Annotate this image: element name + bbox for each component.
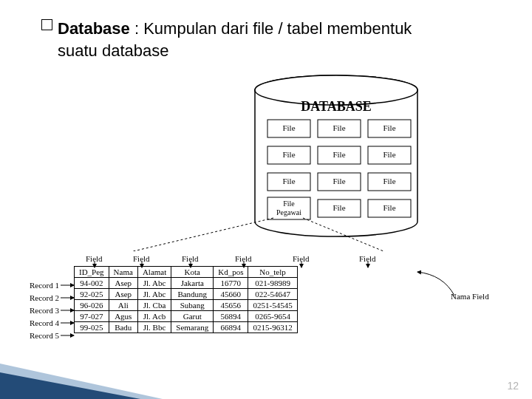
file-box-label: File — [383, 150, 395, 159]
table-cell: Asep — [109, 278, 137, 289]
table-cell: Jakarta — [171, 278, 214, 289]
table-cell: 0251-54545 — [248, 300, 297, 311]
table-cell: Badu — [109, 322, 137, 333]
cylinder: DATABASE FileFileFileFileFileFileFileFil… — [255, 75, 417, 236]
table-cell: 56894 — [214, 311, 248, 322]
record-arrows — [59, 279, 81, 346]
bullet-square — [41, 19, 52, 30]
table-row: 92-025AsepJl. AbcBandung45660022-54647 — [75, 289, 298, 300]
table-cell: 45660 — [214, 289, 248, 300]
heading-bold: Database — [58, 19, 130, 38]
file-box-label: File — [282, 177, 295, 185]
table-cell: 022-54647 — [248, 289, 297, 300]
table-cell: Agus — [109, 311, 137, 322]
database-diagram: DATABASE FileFileFileFileFileFileFileFil… — [37, 74, 495, 251]
page-number: 12 — [507, 380, 519, 392]
table-cell: Bandung — [171, 289, 214, 300]
record-label: Record 1 — [30, 279, 59, 292]
table-cell: 021-98989 — [248, 278, 297, 289]
cylinder-title: DATABASE — [301, 99, 371, 114]
table-cell: Jl. Acb — [137, 311, 171, 322]
table-row: 97-027AgusJl. AcbGarut568940265-9654 — [75, 311, 298, 322]
table-cell: Jl. Abc — [137, 289, 171, 300]
field-arrows — [74, 260, 443, 270]
table-cell: 0265-9654 — [248, 311, 297, 322]
table-cell: Subang — [171, 300, 214, 311]
table-cell: Jl. Abc — [137, 278, 171, 289]
record-label: Record 4 — [30, 317, 59, 330]
data-table-wrap: ID_PegNamaAlamatKotaKd_posNo_telp 94-002… — [74, 266, 298, 333]
svg-line-2 — [83, 218, 273, 251]
record-label: Record 3 — [30, 304, 59, 317]
file-box-label: File — [283, 200, 295, 208]
file-box-label: File — [383, 203, 395, 212]
nama-field-label: Nama Field — [451, 292, 489, 301]
file-box-label: File — [282, 150, 295, 159]
file-box-label: File — [383, 177, 395, 185]
data-table: ID_PegNamaAlamatKotaKd_posNo_telp 94-002… — [74, 266, 298, 333]
file-box-label: File — [332, 177, 345, 185]
table-cell: Jl. Cba — [137, 300, 171, 311]
table-row: 94-002AsepJl. AbcJakarta16770021-98989 — [75, 278, 298, 289]
record-label: Record 2 — [30, 292, 59, 304]
slide-corner-accent — [0, 372, 140, 399]
table-row: 96-026AliJl. CbaSubang456560251-54545 — [75, 300, 298, 311]
table-row: 99-025BaduJl. BbcSemarang668940215-96312 — [75, 322, 298, 333]
file-box-label: File — [332, 203, 345, 212]
heading: Database : Kumpulan dari file / tabel me… — [58, 18, 442, 61]
table-cell: 45656 — [214, 300, 248, 311]
file-box-label: File — [383, 123, 395, 132]
table-cell: Ali — [109, 300, 137, 311]
table-cell: Semarang — [171, 322, 214, 333]
table-cell: 66894 — [214, 322, 248, 333]
table-cell: Jl. Bbc — [137, 322, 171, 333]
record-labels: Record 1Record 2Record 3Record 4Record 5 — [30, 279, 59, 342]
table-cell: 16770 — [214, 278, 248, 289]
table-cell: Asep — [109, 289, 137, 300]
table-body: 94-002AsepJl. AbcJakarta16770021-9898992… — [75, 278, 298, 333]
record-label: Record 5 — [30, 330, 59, 342]
file-box-label: File — [282, 123, 295, 132]
file-box-label: Pegawai — [276, 208, 301, 216]
table-cell: Garut — [171, 311, 214, 322]
file-box-label: File — [332, 123, 345, 132]
table-cell: 0215-96312 — [248, 322, 297, 333]
file-box-label: File — [332, 150, 345, 159]
